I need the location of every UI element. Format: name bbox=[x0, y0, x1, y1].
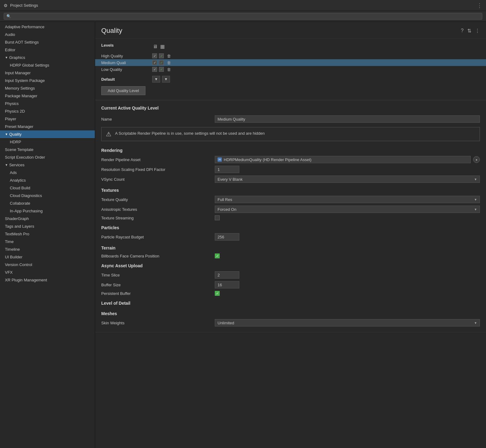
sidebar-item-quality[interactable]: ▼ Quality bbox=[0, 130, 95, 138]
sidebar-item-input-manager[interactable]: Input Manager bbox=[0, 69, 95, 77]
sidebar-item-vfx[interactable]: VFX bbox=[0, 268, 95, 276]
medium-quality-check1[interactable]: ✓ bbox=[152, 60, 157, 65]
meshes-title: Meshes bbox=[101, 307, 480, 318]
name-label: Name bbox=[101, 117, 215, 122]
default-dropdown-2[interactable]: ▼ bbox=[162, 76, 170, 83]
time-slice-input[interactable] bbox=[215, 271, 239, 279]
sidebar: Adaptive Performance Audio Burst AOT Set… bbox=[0, 22, 95, 448]
quality-name-low: Low Quality bbox=[101, 67, 150, 72]
default-dropdown-1[interactable]: ▼ bbox=[152, 76, 160, 83]
sidebar-item-collaborate[interactable]: Collaborate bbox=[0, 199, 95, 207]
skin-weights-value: Unlimited bbox=[218, 321, 234, 325]
sidebar-item-memory-settings[interactable]: Memory Settings bbox=[0, 84, 95, 92]
sidebar-label: Physics bbox=[5, 101, 19, 106]
texture-quality-dropdown[interactable]: Full Res ▼ bbox=[215, 196, 480, 203]
high-quality-check1[interactable]: ✓ bbox=[152, 53, 157, 58]
billboards-label: Billboards Face Camera Position bbox=[101, 254, 215, 258]
sidebar-item-package-manager[interactable]: Package Manager bbox=[0, 92, 95, 100]
sidebar-item-version-control[interactable]: Version Control bbox=[0, 261, 95, 268]
anisotropic-dropdown[interactable]: Forced On ▼ bbox=[215, 206, 480, 213]
texture-streaming-checkbox[interactable] bbox=[215, 215, 220, 220]
high-quality-check2[interactable]: ✓ bbox=[159, 53, 164, 58]
help-icon[interactable]: ? bbox=[461, 28, 464, 33]
skin-weights-dropdown[interactable]: Unlimited ▼ bbox=[215, 319, 480, 326]
sidebar-item-graphics[interactable]: ▼ Graphics bbox=[0, 54, 95, 61]
sidebar-item-input-system[interactable]: Input System Package bbox=[0, 77, 95, 84]
sidebar-item-scene-template[interactable]: Scene Template bbox=[0, 146, 95, 153]
levels-section: Levels 🖥 ▦ High Quality ✓ ✓ 🗑 Medium Qua… bbox=[95, 39, 486, 100]
sidebar-item-cloud-diagnostics[interactable]: Cloud Diagnostics bbox=[0, 192, 95, 199]
pipeline-circle-button[interactable]: ● bbox=[473, 156, 480, 163]
buffer-size-input[interactable] bbox=[215, 281, 239, 288]
sidebar-label: Ads bbox=[10, 170, 17, 175]
sidebar-item-time[interactable]: Time bbox=[0, 238, 95, 245]
texture-streaming-row: Texture Streaming bbox=[101, 214, 480, 222]
sidebar-item-timeline[interactable]: Timeline bbox=[0, 245, 95, 253]
sidebar-label: In-App Purchasing bbox=[10, 209, 43, 213]
quality-row-low: Low Quality ✓ ✓ 🗑 bbox=[101, 66, 480, 73]
sidebar-item-audio[interactable]: Audio bbox=[0, 31, 95, 38]
sidebar-item-preset-manager[interactable]: Preset Manager bbox=[0, 123, 95, 130]
sidebar-label: Adaptive Performance bbox=[5, 25, 44, 29]
pipeline-dot-icon: H bbox=[218, 157, 222, 162]
warning-icon: ⚠ bbox=[106, 130, 111, 138]
sidebar-item-textmesh-pro[interactable]: TextMesh Pro bbox=[0, 230, 95, 238]
sidebar-label: Analytics bbox=[10, 178, 26, 183]
sidebar-item-shader-graph[interactable]: ShaderGraph bbox=[0, 215, 95, 222]
render-pipeline-row: Render Pipeline Asset H HDRPMediumQualit… bbox=[101, 155, 480, 164]
low-quality-delete[interactable]: 🗑 bbox=[167, 67, 171, 72]
anisotropic-value: Forced On bbox=[218, 207, 236, 212]
add-quality-level-button[interactable]: Add Quality Level bbox=[101, 86, 145, 95]
sidebar-item-editor[interactable]: Editor bbox=[0, 46, 95, 54]
sidebar-label: Version Control bbox=[5, 262, 32, 267]
default-row: Default ▼ ▼ bbox=[101, 76, 480, 83]
sidebar-label: Graphics bbox=[9, 55, 25, 60]
settings-icon[interactable]: ⇅ bbox=[467, 28, 471, 34]
sidebar-item-hdrp[interactable]: HDRP bbox=[0, 138, 95, 146]
sidebar-item-xr-plugin[interactable]: XR Plugin Management bbox=[0, 276, 95, 284]
billboards-row: Billboards Face Camera Position ✓ bbox=[101, 252, 480, 260]
sidebar-label: Cloud Diagnostics bbox=[10, 193, 42, 198]
window-more-button[interactable]: ⋮ bbox=[477, 2, 482, 9]
sidebar-item-physics[interactable]: Physics bbox=[0, 100, 95, 107]
medium-quality-delete[interactable]: 🗑 bbox=[167, 60, 171, 65]
search-input[interactable] bbox=[13, 14, 480, 18]
pipeline-asset-name: HDRPMediumQuality (HD Render Pipeline As… bbox=[224, 157, 311, 162]
high-quality-delete[interactable]: 🗑 bbox=[167, 54, 171, 58]
sidebar-item-ads[interactable]: Ads bbox=[0, 169, 95, 176]
active-quality-section: Current Active Quality Level Name ⚠ A Sc… bbox=[95, 101, 486, 332]
particle-raycast-input[interactable] bbox=[215, 233, 239, 241]
sidebar-item-player[interactable]: Player bbox=[0, 115, 95, 123]
resolution-scaling-input[interactable] bbox=[215, 166, 239, 173]
medium-quality-check2[interactable]: ✓ bbox=[159, 60, 164, 65]
sidebar-item-tags-layers[interactable]: Tags and Layers bbox=[0, 222, 95, 230]
title-bar-left: ⚙ Project Settings bbox=[4, 3, 38, 8]
low-quality-check1[interactable]: ✓ bbox=[152, 67, 157, 72]
sidebar-label: Timeline bbox=[5, 247, 20, 252]
sidebar-item-in-app-purchasing[interactable]: In-App Purchasing bbox=[0, 207, 95, 215]
low-quality-check2[interactable]: ✓ bbox=[159, 67, 164, 72]
texture-quality-value: Full Res bbox=[218, 197, 232, 202]
sidebar-label: Collaborate bbox=[10, 201, 30, 206]
persistent-buffer-checkbox[interactable]: ✓ bbox=[215, 291, 220, 296]
sidebar-item-cloud-build[interactable]: Cloud Build bbox=[0, 184, 95, 192]
sidebar-item-analytics[interactable]: Analytics bbox=[0, 176, 95, 184]
name-input[interactable] bbox=[215, 115, 480, 123]
sidebar-label: Quality bbox=[9, 132, 21, 137]
resolution-scaling-row: Resolution Scaling Fixed DPI Factor bbox=[101, 164, 480, 174]
sidebar-label: Input System Package bbox=[5, 78, 45, 83]
sidebar-item-adaptive-performance[interactable]: Adaptive Performance bbox=[0, 23, 95, 31]
sidebar-item-hdrp-global[interactable]: HDRP Global Settings bbox=[0, 61, 95, 69]
sidebar-item-services[interactable]: ▼ Services bbox=[0, 161, 95, 169]
sidebar-item-burst-aot[interactable]: Burst AOT Settings bbox=[0, 38, 95, 46]
anisotropic-label: Anisotropic Textures bbox=[101, 207, 215, 212]
chevron-down-icon: ▼ bbox=[5, 163, 8, 167]
sidebar-item-physics-2d[interactable]: Physics 2D bbox=[0, 107, 95, 115]
more-icon[interactable]: ⋮ bbox=[475, 28, 480, 34]
billboards-checkbox[interactable]: ✓ bbox=[215, 253, 220, 258]
title-bar: ⚙ Project Settings ⋮ bbox=[0, 0, 486, 11]
sidebar-item-ui-builder[interactable]: UI Builder bbox=[0, 253, 95, 261]
vsync-dropdown[interactable]: Every V Blank ▼ bbox=[215, 176, 480, 183]
content-area: Quality ? ⇅ ⋮ Levels 🖥 ▦ High Quality ✓ … bbox=[95, 22, 486, 448]
sidebar-item-script-execution[interactable]: Script Execution Order bbox=[0, 153, 95, 161]
